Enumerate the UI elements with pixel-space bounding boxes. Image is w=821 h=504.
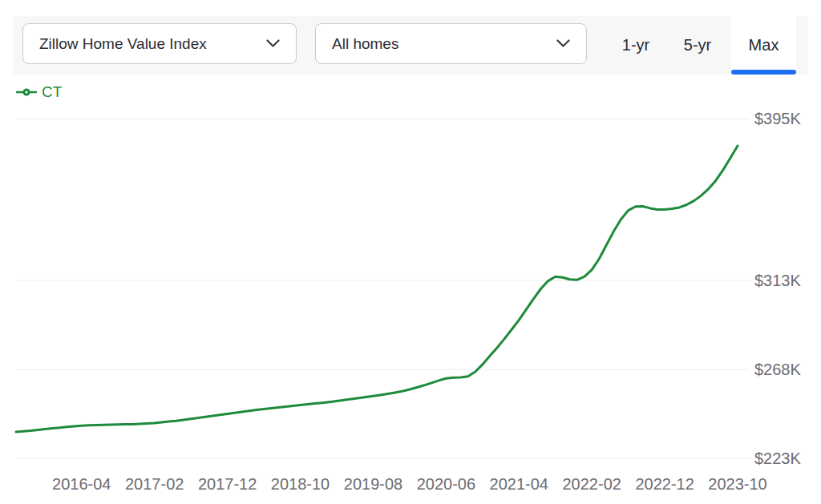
x-axis-tick-label: 2019-08 — [344, 475, 402, 493]
x-axis-tick-label: 2022-12 — [635, 475, 694, 493]
x-axis-tick-label: 2018-10 — [271, 475, 330, 493]
y-axis-tick-label: $395K — [754, 110, 801, 127]
x-axis-tick-label: 2021-04 — [490, 475, 548, 493]
x-axis-tick-label: 2016-04 — [52, 475, 111, 493]
line-chart[interactable]: $223K$268K$313K$395K2016-042017-022017-1… — [0, 0, 821, 504]
series-line-CT[interactable] — [16, 146, 738, 432]
x-axis-tick-label: 2020-06 — [417, 475, 475, 493]
x-axis-tick-label: 2023-10 — [708, 475, 766, 493]
y-axis-tick-label: $223K — [754, 450, 801, 467]
x-axis-tick-label: 2017-02 — [125, 475, 184, 493]
x-axis-tick-label: 2017-12 — [198, 475, 257, 493]
y-axis-tick-label: $313K — [754, 272, 801, 289]
y-axis-tick-label: $268K — [754, 361, 801, 378]
x-axis-tick-label: 2022-02 — [562, 475, 621, 493]
